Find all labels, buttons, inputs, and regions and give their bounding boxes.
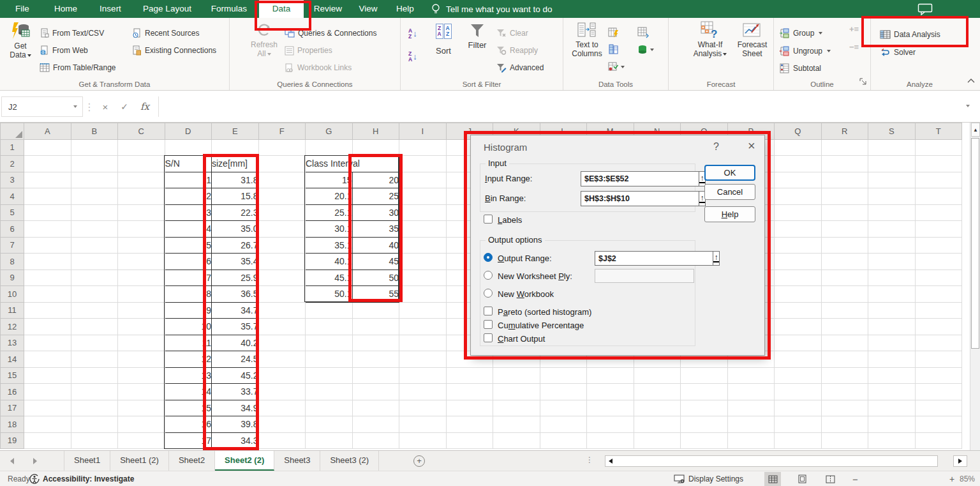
cell-E5[interactable]: 22.3 xyxy=(212,204,259,221)
cell-A7[interactable] xyxy=(24,237,71,254)
cell-O19[interactable] xyxy=(681,432,728,449)
cell-A18[interactable] xyxy=(24,416,71,433)
cell-F7[interactable] xyxy=(258,237,306,254)
cell-E4[interactable]: 15.8 xyxy=(212,188,259,205)
cell-A11[interactable] xyxy=(24,302,71,319)
row-header-16[interactable]: 16 xyxy=(1,384,24,400)
column-header-T[interactable]: T xyxy=(915,123,962,140)
cell-D11[interactable]: 9 xyxy=(165,302,212,319)
next-sheet-icon[interactable] xyxy=(33,458,37,464)
cell-S5[interactable] xyxy=(868,204,916,221)
cell-Q10[interactable] xyxy=(775,286,822,303)
input-range-field[interactable]: ↑ xyxy=(581,171,683,186)
dialog-close-icon[interactable]: × xyxy=(748,139,755,153)
cell-B16[interactable] xyxy=(71,384,118,400)
cell-R7[interactable] xyxy=(821,237,868,254)
cell-T9[interactable] xyxy=(915,270,962,286)
horizontal-scrollbar[interactable] xyxy=(605,455,938,467)
cell-B15[interactable] xyxy=(71,367,118,384)
cell-Q17[interactable] xyxy=(775,400,822,416)
subtotal-button[interactable]: Subtotal xyxy=(779,61,821,76)
get-data-button[interactable]: Get Data xyxy=(4,21,37,59)
page-layout-view-button[interactable] xyxy=(794,472,810,486)
cell-H1[interactable] xyxy=(352,139,399,156)
output-range-field[interactable]: ↑ xyxy=(595,251,695,266)
cell-G13[interactable] xyxy=(306,335,353,351)
cell-H18[interactable] xyxy=(352,416,399,433)
cell-I17[interactable] xyxy=(399,400,447,416)
collapse-ribbon-icon[interactable] xyxy=(967,78,975,83)
expand-formula-bar-icon[interactable] xyxy=(966,105,970,107)
cell-C5[interactable] xyxy=(118,204,165,221)
cell-J17[interactable] xyxy=(446,400,493,416)
column-header-H[interactable]: H xyxy=(352,123,399,140)
cell-T8[interactable] xyxy=(915,254,962,270)
cell-K19[interactable] xyxy=(493,432,540,449)
cell-N15[interactable] xyxy=(634,367,681,384)
accessibility-status[interactable]: Accessibility: Investigate xyxy=(29,471,134,486)
zoom-in-button[interactable]: + xyxy=(949,471,954,486)
cell-L15[interactable] xyxy=(540,367,587,384)
cell-A4[interactable] xyxy=(24,188,71,205)
cell-J15[interactable] xyxy=(446,367,493,384)
cell-R6[interactable] xyxy=(821,221,868,238)
cell-Q5[interactable] xyxy=(775,204,822,221)
cell-H13[interactable] xyxy=(352,335,399,351)
column-header-D[interactable]: D xyxy=(165,123,212,140)
cell-F1[interactable] xyxy=(258,139,306,156)
cell-C11[interactable] xyxy=(118,302,165,319)
cell-F2[interactable] xyxy=(258,156,306,172)
cell-L17[interactable] xyxy=(540,400,587,416)
cell-D10[interactable]: 8 xyxy=(165,286,212,303)
formula-input[interactable] xyxy=(158,96,958,117)
consolidate-icon[interactable] xyxy=(637,27,649,38)
cell-R18[interactable] xyxy=(821,416,868,433)
cell-E15[interactable]: 45.2 xyxy=(212,367,259,384)
column-header-B[interactable]: B xyxy=(71,123,118,140)
cell-H15[interactable] xyxy=(352,367,399,384)
cell-S8[interactable] xyxy=(868,254,916,270)
cell-G14[interactable] xyxy=(306,351,353,368)
recent-sources-button[interactable]: Recent Sources xyxy=(132,26,199,41)
data-validation-button[interactable] xyxy=(608,61,625,73)
cell-G12[interactable] xyxy=(306,319,353,335)
cell-B7[interactable] xyxy=(71,237,118,254)
tab-insert[interactable]: Insert xyxy=(91,0,130,18)
cell-R19[interactable] xyxy=(821,432,868,449)
cell-A6[interactable] xyxy=(24,221,71,238)
cell-E1[interactable] xyxy=(212,139,259,156)
sheet-tab-sheet3[interactable]: Sheet3 xyxy=(274,451,320,471)
output-range-radio[interactable] xyxy=(484,253,493,262)
cell-G6[interactable]: 30.1 xyxy=(306,221,353,238)
cell-S11[interactable] xyxy=(868,302,916,319)
cell-P16[interactable] xyxy=(727,384,775,400)
cell-I9[interactable] xyxy=(399,270,447,286)
cell-E7[interactable]: 26.7 xyxy=(212,237,259,254)
cell-A9[interactable] xyxy=(24,270,71,286)
cell-R12[interactable] xyxy=(821,319,868,335)
cell-R8[interactable] xyxy=(821,254,868,270)
cell-E11[interactable]: 34.7 xyxy=(212,302,259,319)
new-sheet-button[interactable]: + xyxy=(413,455,425,467)
cell-E13[interactable]: 40.2 xyxy=(212,335,259,351)
tab-home[interactable]: Home xyxy=(46,0,85,18)
cell-H17[interactable] xyxy=(352,400,399,416)
cell-C17[interactable] xyxy=(118,400,165,416)
cell-R10[interactable] xyxy=(821,286,868,303)
column-header-A[interactable]: A xyxy=(24,123,71,140)
cell-G18[interactable] xyxy=(306,416,353,433)
cell-S7[interactable] xyxy=(868,237,916,254)
cell-A1[interactable] xyxy=(24,139,71,156)
cell-E14[interactable]: 24.5 xyxy=(212,351,259,368)
cell-S15[interactable] xyxy=(868,367,916,384)
cell-T15[interactable] xyxy=(915,367,962,384)
cell-R1[interactable] xyxy=(821,139,868,156)
cell-Q11[interactable] xyxy=(775,302,822,319)
cell-R5[interactable] xyxy=(821,204,868,221)
cell-Q16[interactable] xyxy=(775,384,822,400)
cell-T4[interactable] xyxy=(915,188,962,205)
cell-F9[interactable] xyxy=(258,270,306,286)
column-header-C[interactable]: C xyxy=(118,123,165,140)
cell-E16[interactable]: 33.7 xyxy=(212,384,259,400)
cell-B9[interactable] xyxy=(71,270,118,286)
